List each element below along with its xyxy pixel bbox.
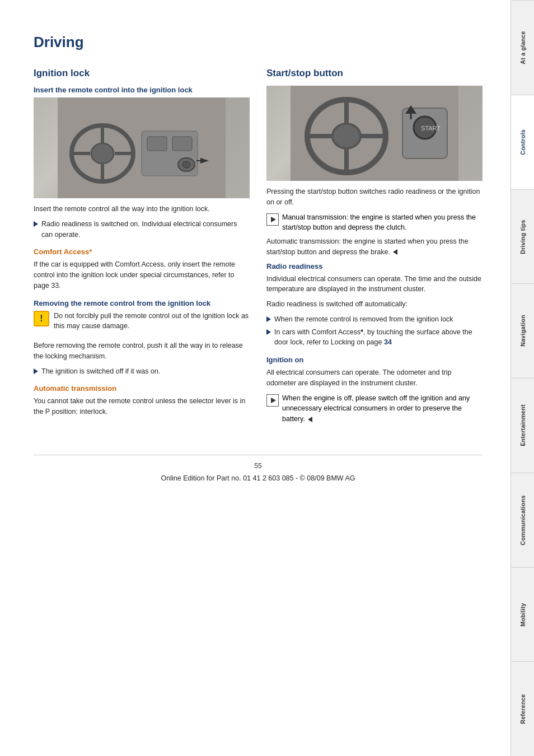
svg-point-2 (91, 143, 114, 164)
main-content: Driving Ignition lock Insert the remote … (0, 0, 510, 756)
play-triangle-icon (271, 398, 276, 403)
bullet-radio-text: Radio readiness is switched on. Individu… (41, 219, 250, 240)
auto-trans-body: You cannot take out the remote control u… (34, 396, 250, 417)
ignition-on-heading: Ignition on (266, 356, 483, 364)
warning-icon: ! (34, 311, 49, 326)
svg-point-11 (182, 161, 190, 168)
ignition-note-text: When the engine is off, please switch of… (282, 393, 483, 424)
footer: 55 Online Edition for Part no. 01 41 2 6… (34, 455, 483, 484)
bullet-icon (266, 329, 271, 335)
start-stop-image: START (266, 86, 483, 181)
manual-trans-item: Manual transmission: the engine is start… (266, 212, 483, 234)
bullet-comfort-access: In cars with Comfort Access*, by touchin… (266, 327, 483, 348)
sidebar-tab-label: Navigation (519, 315, 526, 347)
sidebar: At a glance Controls Driving tips Naviga… (510, 0, 534, 756)
sidebar-tab-label: Entertainment (519, 405, 526, 447)
radio-readiness-body2: Individual electrical consumers can oper… (266, 274, 483, 295)
left-column: Ignition lock Insert the remote control … (34, 68, 250, 432)
ignition-on-body: All electrical consumers can operate. Th… (266, 367, 483, 389)
ignition-note-item: When the engine is off, please switch of… (266, 393, 483, 424)
bullet-icon (266, 316, 271, 322)
manual-trans-text: Manual transmission: the engine is start… (282, 212, 483, 234)
sidebar-tab-communications[interactable]: Communications (511, 473, 534, 567)
bullet-ignition-text: The ignition is switched off if it was o… (41, 366, 250, 377)
ignition-lock-heading: Ignition lock (34, 68, 250, 79)
play-triangle-icon (271, 217, 276, 222)
bullet-remote-removed: When the remote control is removed from … (266, 314, 483, 325)
comfort-access-body: If the car is equipped with Comfort Acce… (34, 259, 250, 291)
back-marker-icon (308, 417, 312, 422)
svg-point-16 (332, 124, 360, 148)
comfort-access-heading: Comfort Access* (34, 248, 250, 256)
warning-box: ! Do not forcibly pull the remote contro… (34, 311, 250, 337)
bullet-icon (34, 221, 38, 227)
sidebar-tab-label: Communications (519, 495, 526, 545)
sidebar-tab-at-a-glance[interactable]: At a glance (511, 0, 534, 95)
play-icon-ignition (266, 394, 279, 407)
removing-remote-heading: Removing the remote control from the ign… (34, 299, 250, 307)
page-link-34[interactable]: 34 (384, 338, 392, 346)
warning-text: Do not forcibly pull the remote control … (54, 311, 250, 332)
insert-remote-body: Insert the remote control all the way in… (34, 204, 250, 214)
bullet-radio-readiness: Radio readiness is switched on. Individu… (34, 219, 250, 240)
sidebar-tab-mobility[interactable]: Mobility (511, 567, 534, 662)
page-title: Driving (34, 34, 483, 51)
sidebar-tab-label: Controls (519, 129, 526, 155)
auto-trans-text: Automatic transmission: the engine is st… (266, 236, 483, 258)
removing-body: Before removing the remote control, push… (34, 340, 250, 362)
bullet-icon (34, 368, 38, 374)
sidebar-tab-controls[interactable]: Controls (511, 95, 534, 189)
sidebar-tab-label: Mobility (519, 603, 526, 626)
sidebar-tab-entertainment[interactable]: Entertainment (511, 378, 534, 473)
back-marker-icon (393, 249, 397, 255)
bullet-ignition-off: The ignition is switched off if it was o… (34, 366, 250, 377)
play-icon-manual (266, 213, 279, 226)
auto-trans-heading: Automatic transmission (34, 384, 250, 393)
svg-text:START: START (421, 125, 441, 132)
start-stop-heading: Start/stop button (266, 68, 483, 79)
insert-remote-heading: Insert the remote control into the ignit… (34, 86, 250, 94)
footer-text: Online Edition for Part no. 01 41 2 603 … (34, 473, 483, 484)
sidebar-tab-label: At a glance (519, 31, 526, 64)
page-number: 55 (34, 461, 483, 471)
sidebar-tab-reference[interactable]: Reference (511, 661, 534, 756)
radio-readiness-heading: Radio readiness (266, 262, 483, 270)
ignition-lock-image (34, 97, 250, 198)
right-column: Start/stop button (266, 68, 483, 432)
sidebar-tab-label: Driving tips (519, 220, 526, 254)
bullet-remote-text: When the remote control is removed from … (274, 314, 483, 325)
bullet-comfort-text: In cars with Comfort Access*, by touchin… (274, 327, 483, 348)
sidebar-tab-navigation[interactable]: Navigation (511, 283, 534, 378)
radio-readiness-body3: Radio readiness is switched off automati… (266, 299, 483, 310)
sidebar-tab-label: Reference (519, 694, 526, 724)
svg-rect-9 (172, 137, 192, 151)
svg-rect-8 (147, 137, 167, 151)
sidebar-tab-driving-tips[interactable]: Driving tips (511, 189, 534, 284)
start-stop-body1: Pressing the start/stop button switches … (266, 186, 483, 208)
